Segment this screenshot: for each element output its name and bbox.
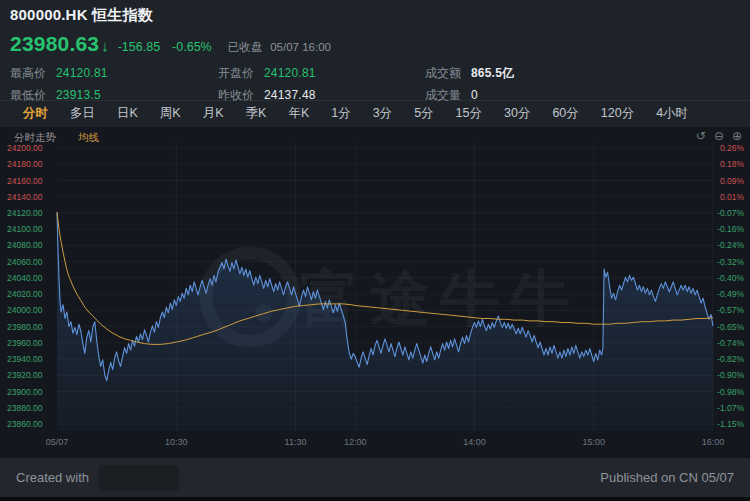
bottom-strip [0, 497, 750, 501]
y-axis-price-label: 23980.00 [7, 322, 43, 332]
y-axis-percent-label: 0.01% [720, 192, 745, 202]
tab-120min[interactable]: 120分 [590, 105, 645, 122]
chart-region: 分时走势 均线 ↺ ⊖ ⊕ 富途牛牛 24200.000.26%24180.00… [0, 126, 750, 457]
legend-minute-line: 分时走势 [14, 131, 56, 145]
tab-5min[interactable]: 5分 [403, 105, 444, 122]
tab-weekly-k[interactable]: 周K [149, 105, 192, 122]
x-axis-time-label: 12:00 [344, 437, 367, 447]
y-axis-percent-label: -1.15% [717, 419, 744, 429]
stock-chart-window: 800000.HK 恒生指数 23980.63 ↓ -156.85 -0.65%… [0, 0, 750, 501]
y-axis-percent-label: -0.32% [717, 257, 744, 267]
x-axis-time-label: 16:00 [702, 437, 725, 447]
price-change: -156.85 [118, 40, 160, 54]
legend-average-line: 均线 [78, 131, 99, 145]
created-with-label: Created with [16, 470, 89, 485]
stat-open: 开盘价 24120.81 [218, 65, 425, 82]
chart-legend: 分时走势 均线 [14, 131, 99, 145]
y-axis-percent-label: 0.18% [720, 159, 745, 169]
x-axis-time-label: 15:00 [582, 437, 605, 447]
price-row: 23980.63 ↓ -156.85 -0.65% 已收盘 05/07 16:0… [10, 32, 740, 56]
y-axis-price-label: 23960.00 [7, 338, 43, 348]
period-tab-bar: 分时 多日 日K 周K 月K 季K 年K 1分 3分 5分 15分 30分 60… [0, 100, 750, 126]
tab-3min[interactable]: 3分 [362, 105, 403, 122]
zoom-out-icon[interactable]: ⊖ [714, 129, 724, 143]
last-price: 23980.63 [10, 32, 99, 56]
y-axis-percent-label: -0.57% [717, 305, 744, 315]
y-axis-price-label: 23860.00 [7, 419, 43, 429]
y-axis-percent-label: -0.49% [717, 289, 744, 299]
chart-toolbar: ↺ ⊖ ⊕ [696, 129, 742, 143]
market-status-badge: 已收盘 [228, 40, 263, 55]
stat-high: 最高价 24120.81 [10, 65, 218, 82]
y-axis-price-label: 24140.00 [7, 192, 43, 202]
tab-1min[interactable]: 1分 [320, 105, 361, 122]
y-axis-price-label: 23900.00 [7, 387, 43, 397]
y-axis-price-label: 24100.00 [7, 224, 43, 234]
y-axis-percent-label: -0.07% [717, 208, 744, 218]
footer-logo-placeholder [99, 465, 179, 491]
tab-60min[interactable]: 60分 [541, 105, 589, 122]
symbol-title: 800000.HK 恒生指数 [10, 6, 740, 25]
quote-stats: 最高价 24120.81 开盘价 24120.81 成交额 865.5亿 最低价… [10, 65, 740, 104]
y-axis-percent-label: -0.16% [717, 224, 744, 234]
y-axis-percent-label: 0.09% [720, 176, 745, 186]
tab-4hour[interactable]: 4小时 [645, 105, 699, 122]
y-axis-percent-label: -0.65% [717, 322, 744, 332]
chart-canvas[interactable]: 富途牛牛 24200.000.26%24180.000.18%24160.000… [0, 127, 750, 458]
quote-timestamp: 05/07 16:00 [270, 41, 331, 53]
y-axis-price-label: 23880.00 [7, 403, 43, 413]
y-axis-price-label: 24040.00 [7, 273, 43, 283]
y-axis-price-label: 24080.00 [7, 240, 43, 250]
y-axis-price-label: 23920.00 [7, 370, 43, 380]
y-axis-percent-label: -1.07% [717, 403, 744, 413]
y-axis-percent-label: -0.98% [717, 387, 744, 397]
zoom-in-icon[interactable]: ⊕ [732, 129, 742, 143]
stat-turnover: 成交额 865.5亿 [425, 65, 645, 82]
y-axis-price-label: 24020.00 [7, 289, 43, 299]
tab-minute[interactable]: 分时 [12, 105, 59, 122]
tab-monthly-k[interactable]: 月K [192, 105, 235, 122]
tab-multiday[interactable]: 多日 [59, 105, 106, 122]
x-axis-time-label: 14:00 [463, 437, 486, 447]
y-axis-price-label: 24160.00 [7, 176, 43, 186]
y-axis-percent-label: -0.90% [717, 370, 744, 380]
y-axis-percent-label: 0.26% [720, 143, 745, 153]
y-axis-price-label: 24180.00 [7, 159, 43, 169]
price-change-percent: -0.65% [172, 40, 212, 54]
footer-left: Created with [16, 465, 179, 491]
footer-bar: Created with Published on CN 05/07 [0, 457, 750, 497]
y-axis-price-label: 24000.00 [7, 305, 43, 315]
y-axis-price-label: 24120.00 [7, 208, 43, 218]
tab-yearly-k[interactable]: 年K [277, 105, 320, 122]
y-axis-percent-label: -0.24% [717, 240, 744, 250]
published-on-label: Published on CN 05/07 [600, 470, 734, 485]
quote-header: 800000.HK 恒生指数 23980.63 ↓ -156.85 -0.65%… [0, 0, 750, 100]
y-axis-price-label: 24060.00 [7, 257, 43, 267]
tab-30min[interactable]: 30分 [493, 105, 541, 122]
x-axis-time-label: 11:30 [285, 437, 307, 447]
reset-zoom-icon[interactable]: ↺ [696, 129, 706, 143]
x-axis-time-label: 05/07 [46, 437, 69, 447]
tab-daily-k[interactable]: 日K [106, 105, 149, 122]
x-axis-time-label: 10:30 [165, 437, 188, 447]
y-axis-percent-label: -0.40% [717, 273, 744, 283]
tab-15min[interactable]: 15分 [445, 105, 493, 122]
y-axis-percent-label: -0.82% [717, 354, 744, 364]
down-arrow-icon: ↓ [101, 37, 109, 54]
y-axis-price-label: 23940.00 [7, 354, 43, 364]
tab-quarterly-k[interactable]: 季K [235, 105, 278, 122]
y-axis-percent-label: -0.74% [717, 338, 744, 348]
